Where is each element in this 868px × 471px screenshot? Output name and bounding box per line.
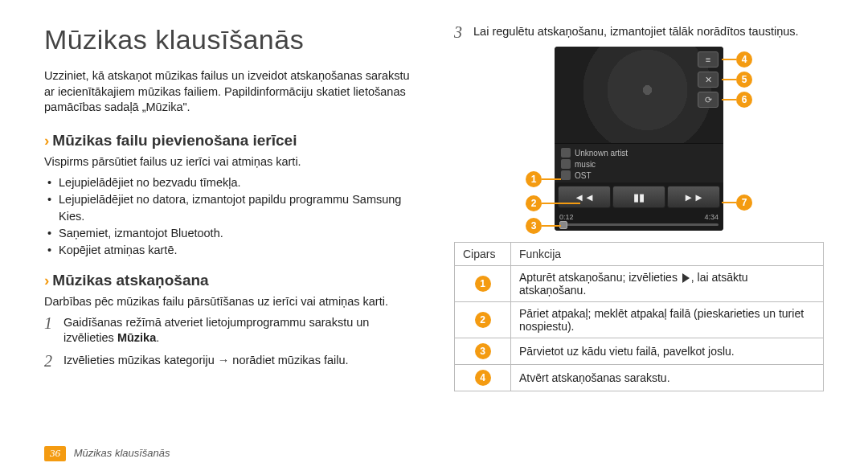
artist-label: Unknown artist (575, 149, 628, 158)
intro-text: Uzziniet, kā atskaņot mūzikas failus un … (44, 68, 414, 116)
row-number-icon: 1 (475, 276, 491, 292)
row-number-icon: 3 (475, 343, 491, 359)
repeat-icon: ⟳ (698, 92, 719, 108)
table-row: 4 Atvērt atskaņošanas sarakstu. (455, 365, 824, 391)
step-text: Izvēlieties mūzikas kategoriju → norādie… (63, 353, 349, 369)
total-time: 4:34 (704, 213, 719, 221)
table-row: 2 Pāriet atpakaļ; meklēt atpakaļ failā (… (455, 302, 824, 338)
page-footer: 36 Mūzikas klausīšanās (44, 446, 170, 461)
chevron-icon: › (44, 272, 49, 289)
callout-2: 2 (526, 195, 542, 211)
chevron-icon: › (44, 132, 49, 149)
play-icon (682, 273, 690, 283)
album-art: ≡ ✕ ⟳ (555, 47, 723, 143)
shuffle-icon: ✕ (698, 72, 719, 88)
section1-title: Mūzikas failu pievienošana ierīcei (52, 132, 297, 149)
page-title: Mūzikas klausīšanās (44, 24, 414, 55)
step-number: 1 (44, 315, 57, 331)
list-item: Saņemiet, izmantojot Bluetooth. (47, 225, 414, 242)
section2-title: Mūzikas atskaņošana (52, 272, 208, 289)
row-text: Apturēt atskaņošanu; izvēlieties , lai a… (511, 266, 824, 302)
section1-list: Lejupielādējiet no bezvadu tīmekļa. Leju… (47, 174, 414, 259)
callout-1: 1 (526, 171, 542, 187)
seek-slider (555, 223, 723, 231)
prev-button: ◄◄ (558, 186, 611, 208)
player-screenshot: ≡ ✕ ⟳ Unknown artist music OST ◄◄ ▮▮ ►► … (522, 47, 755, 231)
step-text: Lai regulētu atskaņošanu, izmantojiet tā… (473, 24, 799, 40)
section2-intro: Darbības pēc mūzikas failu pārsūtīšanas … (44, 294, 414, 310)
th-number: Cipars (455, 243, 511, 266)
album-label: music (575, 160, 596, 169)
function-table: Cipars Funkcija 1 Apturēt atskaņošanu; i… (454, 242, 824, 391)
artist-row: Unknown artist (561, 147, 717, 158)
row-number-icon: 2 (475, 312, 491, 328)
th-function: Funkcija (511, 243, 824, 266)
track-row: OST (561, 170, 717, 181)
section1-intro: Vispirms pārsūtiet failus uz ierīci vai … (44, 154, 414, 170)
row-text: Pārvietot uz kādu vietu failā, pavelkot … (511, 338, 824, 365)
step-1: 1 Gaidīšanas režīmā atveriet lietojumpro… (44, 315, 414, 346)
track-label: OST (575, 171, 592, 180)
step-2: 2 Izvēlieties mūzikas kategoriju → norād… (44, 353, 414, 369)
callout-3: 3 (526, 218, 542, 234)
person-icon (561, 148, 571, 158)
row-text: Pāriet atpakaļ; meklēt atpakaļ failā (pi… (511, 302, 824, 338)
callout-6: 6 (736, 92, 752, 108)
section2-heading: ›Mūzikas atskaņošana (44, 272, 414, 289)
step-number: 3 (454, 24, 467, 40)
footer-title: Mūzikas klausīšanās (74, 447, 170, 459)
step-3: 3 Lai regulētu atskaņošanu, izmantojiet … (454, 24, 824, 40)
callout-7: 7 (736, 195, 752, 211)
list-item: Lejupielādējiet no datora, izmantojot pa… (47, 191, 414, 225)
list-item: Kopējiet atmiņas kartē. (47, 242, 414, 259)
elapsed-time: 0:12 (559, 213, 574, 221)
note-icon (561, 170, 571, 180)
section1-heading: ›Mūzikas failu pievienošana ierīcei (44, 132, 414, 149)
callout-5: 5 (736, 72, 752, 88)
step-number: 2 (44, 353, 57, 369)
row-text: Atvērt atskaņošanas sarakstu. (511, 365, 824, 391)
page-number: 36 (44, 446, 66, 461)
table-row: 1 Apturēt atskaņošanu; izvēlieties , lai… (455, 266, 824, 302)
playlist-icon: ≡ (698, 51, 719, 68)
callout-4: 4 (736, 51, 752, 68)
pause-button: ▮▮ (612, 186, 665, 208)
next-button: ►► (667, 186, 720, 208)
row-number-icon: 4 (475, 370, 491, 386)
step-text: Gaidīšanas režīmā atveriet lietojumprogr… (63, 315, 414, 346)
disc-icon (561, 159, 571, 169)
album-row: music (561, 158, 717, 170)
table-row: 3 Pārvietot uz kādu vietu failā, pavelko… (455, 338, 824, 365)
list-item: Lejupielādējiet no bezvadu tīmekļa. (47, 174, 414, 191)
